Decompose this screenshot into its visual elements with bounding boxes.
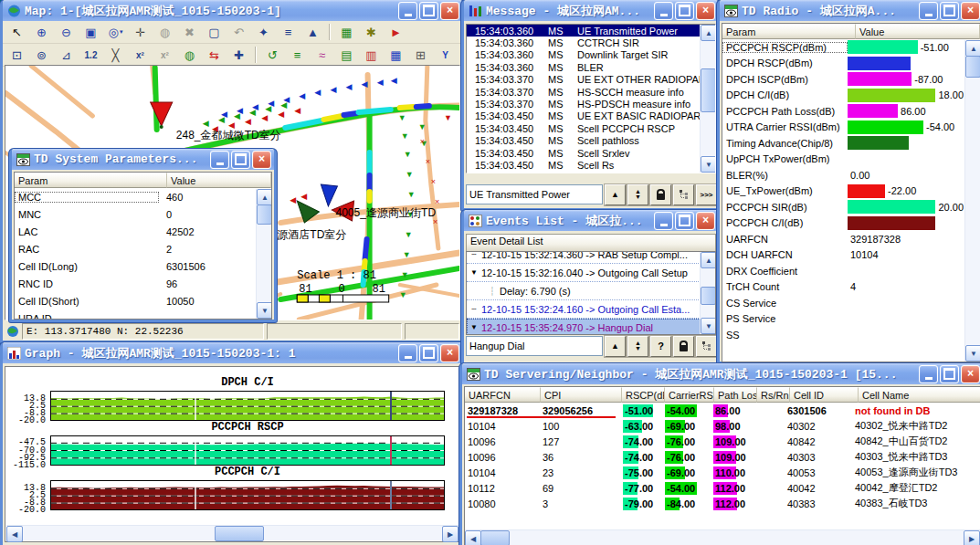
spinner-button[interactable]: ▲▼: [627, 184, 648, 205]
radio-row[interactable]: UARFCN329187328: [722, 231, 980, 247]
column-header-value[interactable]: Value: [856, 24, 980, 39]
radio-row[interactable]: BLER(%)0.00: [722, 167, 980, 183]
message-row[interactable]: 15:34:03.370MSHS-PDSCH measure info: [467, 98, 715, 110]
route-points-icon[interactable]: ✚: [227, 45, 250, 66]
tree-button[interactable]: [673, 184, 694, 205]
param-row[interactable]: Cell ID(Short)10050: [15, 292, 271, 309]
message-row[interactable]: 15:34:03.370MSHS-SCCH measure info: [467, 86, 715, 98]
more-button[interactable]: >>>: [696, 184, 717, 205]
maximize-button[interactable]: [675, 212, 694, 230]
maximize-button[interactable]: [940, 365, 959, 383]
scroll-left-button[interactable]: ◀: [6, 526, 23, 542]
param-row[interactable]: RAC2: [15, 240, 271, 257]
scroll-up-button[interactable]: ▲: [701, 25, 716, 41]
maximize-button[interactable]: [675, 2, 694, 20]
select-in-rect-icon[interactable]: ⊡: [5, 45, 28, 66]
neighbor-row[interactable]: 10104100-63.00-69.0098.004030240302_悦来中路…: [465, 418, 980, 434]
pan-hand-icon[interactable]: ✛: [129, 22, 152, 43]
column-header-param[interactable]: Param: [722, 24, 856, 39]
column-header-value[interactable]: Value: [167, 173, 271, 188]
radio-row[interactable]: UTRA Carrier RSSI(dBm)-54.00: [722, 120, 980, 136]
minimize-button[interactable]: [654, 2, 673, 20]
scroll-up-button[interactable]: ▲: [257, 189, 272, 205]
scroll-down-button[interactable]: ▼: [965, 345, 980, 362]
spinner-button[interactable]: ▲▼: [627, 336, 648, 357]
events-titlebar[interactable]: Events List - 城区拉... ×: [464, 210, 718, 231]
events-filter-input[interactable]: [466, 336, 603, 356]
scroll-thumb[interactable]: [215, 526, 264, 541]
close-button[interactable]: ×: [696, 2, 715, 20]
scroll-thumb[interactable]: [965, 56, 980, 78]
column-header-uarfcn[interactable]: UARFCN: [465, 387, 541, 403]
radio-row[interactable]: PCCPCH C/I(dB)19.00: [722, 215, 980, 232]
column-header-rs-rn[interactable]: Rs/Rn: [757, 387, 790, 403]
param-row[interactable]: RNC ID96: [15, 275, 271, 292]
event-flag-icon[interactable]: ►: [385, 22, 407, 43]
param-row[interactable]: LAC42502: [15, 223, 271, 240]
column-header-path-los[interactable]: Path Los: [714, 387, 757, 403]
maximize-button[interactable]: [940, 2, 959, 20]
params-vscrollbar[interactable]: ▲ ▼: [256, 189, 271, 319]
scroll-right-button[interactable]: ▶: [964, 530, 980, 545]
graph-titlebar[interactable]: Graph - 城区拉网AMR测试_1015-150203-1: 1 ×: [3, 342, 462, 363]
message-row[interactable]: 15:34:03.370MSUE EXT OTHER RADIOPARA: [467, 74, 715, 86]
measure-line-icon[interactable]: ╳: [104, 45, 127, 66]
radio-row[interactable]: DPCH ISCP(dBm)-87.00: [722, 71, 980, 88]
layers-green-icon[interactable]: ▤: [335, 45, 358, 66]
neighbor-row[interactable]: 10096127-74.00-76.00109.004084240842_中山百…: [465, 434, 980, 449]
map-titlebar[interactable]: Map: 1-[城区拉网AMR测试_1015-150203-1] ×: [3, 0, 462, 21]
zoom-in-icon[interactable]: ⊕: [30, 22, 53, 43]
maximize-button[interactable]: [419, 2, 438, 20]
close-button[interactable]: ×: [440, 2, 459, 20]
save-view-icon[interactable]: ✦: [252, 22, 275, 43]
scroll-thumb[interactable]: [701, 68, 716, 112]
minimize-button[interactable]: [210, 151, 229, 169]
neighbor-row[interactable]: 100803-79.00-84.00112.004038340383_石岐TD3: [465, 496, 980, 511]
scroll-left-button[interactable]: ◀: [465, 530, 481, 545]
minimize-button[interactable]: [919, 365, 938, 383]
close-button[interactable]: ×: [252, 151, 271, 169]
scroll-thumb[interactable]: [701, 287, 716, 305]
close-button[interactable]: ×: [696, 212, 715, 230]
export-map-icon[interactable]: ⊞: [409, 45, 432, 66]
measure-distance-icon[interactable]: 1.2: [79, 45, 102, 66]
event-row[interactable]: ┆Delay: 6.790 (s): [467, 282, 715, 300]
scroll-down-button[interactable]: ▼: [701, 318, 716, 334]
neighbor-hscrollbar[interactable]: ◀ ▶: [465, 529, 980, 545]
select-cursor-icon[interactable]: ↖: [5, 22, 28, 43]
scroll-up-button[interactable]: ▲: [965, 40, 980, 57]
minimize-button[interactable]: [398, 344, 417, 362]
goto-up-button[interactable]: ▲: [605, 336, 626, 357]
lock-button[interactable]: [650, 184, 671, 205]
message-row[interactable]: 15:34:03.450MSUE EXT BASIC RADIOPARA: [467, 110, 715, 122]
select-polygon-icon[interactable]: ⊿: [55, 45, 78, 66]
goto-up-button[interactable]: ▲: [605, 184, 626, 205]
radio-row[interactable]: DPCH RSCP(dBm)-69.00: [722, 56, 980, 72]
radio-row[interactable]: UE_TxPower(dBm)-22.00: [722, 183, 980, 200]
new-map-window-icon[interactable]: ▢: [203, 22, 226, 43]
message-row[interactable]: 15:34:03.360MSBLER: [467, 61, 715, 73]
scroll-right-button[interactable]: ▶: [442, 526, 458, 542]
select-in-circle-icon[interactable]: ⊚: [30, 45, 53, 66]
radio-vscrollbar[interactable]: ▲ ▼: [964, 40, 980, 362]
maximize-button[interactable]: [419, 344, 438, 362]
zoom-window-icon[interactable]: ▣: [79, 22, 102, 43]
neighbor-row[interactable]: 329187328329056256-51.00-54.0086.0063015…: [465, 403, 980, 418]
radio-row[interactable]: DRX Coefficient: [722, 263, 980, 279]
neighbor-row[interactable]: 1010423-75.00-69.00110.004005340053_逢源商业…: [465, 465, 980, 480]
zoom-out-icon[interactable]: ⊖: [55, 22, 78, 43]
sync-windows-icon[interactable]: ⇆: [203, 45, 226, 66]
color-blocks-icon[interactable]: ▦: [385, 45, 407, 66]
legend-list-icon[interactable]: ≡: [286, 45, 309, 66]
radio-row[interactable]: UpPCH TxPower(dBm): [722, 152, 980, 168]
close-button[interactable]: ×: [961, 365, 980, 383]
column-header-carrierrss[interactable]: CarrierRSS: [665, 387, 714, 403]
column-header-cell-name[interactable]: Cell Name: [859, 387, 980, 403]
neighbor-row[interactable]: 1009636-74.00-76.00109.004030340303_悦来中路…: [465, 449, 980, 465]
column-header-param[interactable]: Param: [15, 173, 167, 188]
signal-curve-icon[interactable]: ≈: [311, 45, 333, 66]
column-header-rscp-de[interactable]: RSCP(dE: [622, 387, 665, 403]
layers-red-icon[interactable]: ▥: [360, 45, 383, 66]
radio-row[interactable]: PS Service: [722, 311, 980, 328]
radio-row[interactable]: TrCH Count4: [722, 279, 980, 296]
